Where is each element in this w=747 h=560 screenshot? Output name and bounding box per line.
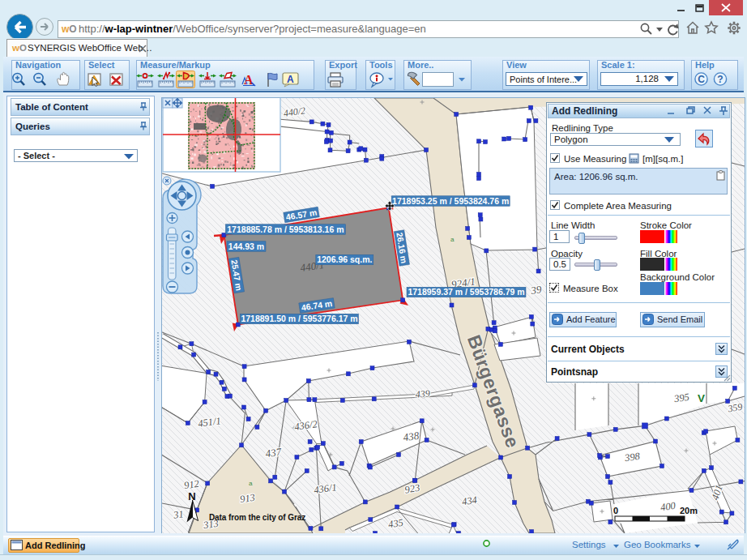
svg-text:400: 400: [659, 500, 677, 514]
svg-text:1718891.50 m / 5953776.17 m: 1718891.50 m / 5953776.17 m: [241, 314, 357, 323]
svg-text:395: 395: [672, 391, 690, 405]
svg-text:?: ?: [717, 74, 723, 85]
svg-text:31: 31: [172, 508, 184, 521]
svg-text:144.93 m: 144.93 m: [228, 242, 264, 251]
svg-text:438: 438: [403, 430, 420, 444]
svg-text:39: 39: [529, 283, 542, 297]
svg-text:1718959.37 m / 5953786.79 m: 1718959.37 m / 5953786.79 m: [408, 287, 524, 297]
svg-text:A: A: [244, 73, 254, 87]
svg-text:439: 439: [415, 387, 430, 400]
svg-text:434: 434: [461, 494, 478, 507]
svg-text:A: A: [287, 74, 294, 85]
svg-text:398: 398: [623, 451, 641, 464]
svg-text:1206.96 sq.m.: 1206.96 sq.m.: [317, 254, 372, 264]
svg-text:1718953.25 m / 5953824.76 m: 1718953.25 m / 5953824.76 m: [392, 196, 509, 206]
svg-text:437: 437: [265, 446, 283, 460]
svg-text:435: 435: [387, 517, 404, 530]
svg-text:20m: 20m: [680, 506, 698, 515]
svg-text:C: C: [698, 74, 705, 85]
svg-text:912: 912: [183, 478, 200, 491]
svg-text:913: 913: [239, 492, 256, 505]
svg-text:V: V: [698, 392, 705, 404]
svg-text:Data from the city of Graz: Data from the city of Graz: [209, 513, 305, 522]
svg-text:0: 0: [613, 506, 618, 515]
svg-text:1718885.78 m / 5953813.16 m: 1718885.78 m / 5953813.16 m: [227, 224, 344, 234]
svg-text:a: a: [450, 236, 455, 243]
svg-text:a: a: [249, 480, 253, 487]
